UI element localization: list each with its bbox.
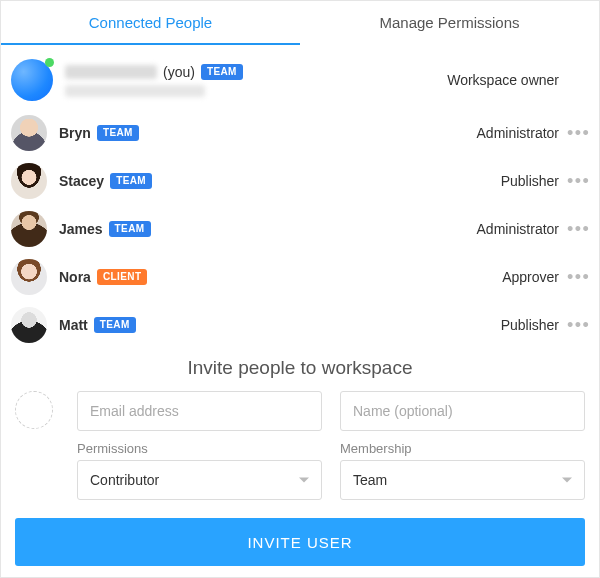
more-icon[interactable]: ••• — [567, 268, 589, 286]
membership-badge: TEAM — [94, 317, 136, 333]
person-name: Nora — [59, 269, 91, 285]
avatar — [11, 259, 47, 295]
person-role: Administrator — [477, 125, 559, 141]
more-icon[interactable]: ••• — [567, 316, 589, 334]
membership-value: Team — [353, 472, 387, 488]
chevron-down-icon — [299, 478, 309, 483]
person-name-column: (you) TEAM — [65, 64, 243, 97]
membership-label: Membership — [340, 441, 585, 456]
membership-badge: TEAM — [110, 173, 152, 189]
avatar — [11, 211, 47, 247]
membership-badge: CLIENT — [97, 269, 148, 285]
permissions-select[interactable]: Contributor — [77, 460, 322, 500]
name-field[interactable] — [340, 391, 585, 431]
person-name: James — [59, 221, 103, 237]
more-icon[interactable]: ••• — [567, 124, 589, 142]
person-role: Workspace owner — [447, 72, 559, 88]
invite-avatar-placeholder — [15, 391, 53, 429]
membership-badge: TEAM — [201, 64, 243, 80]
tabs: Connected People Manage Permissions — [1, 1, 599, 45]
more-icon[interactable]: ••• — [567, 220, 589, 238]
person-email-redacted — [65, 85, 205, 97]
person-row: Matt TEAM Publisher ••• — [11, 301, 589, 349]
membership-badge: TEAM — [97, 125, 139, 141]
person-row: Bryn TEAM Administrator ••• — [11, 109, 589, 157]
invite-section: Invite people to workspace Permissions C… — [1, 349, 599, 500]
avatar — [11, 163, 47, 199]
permissions-label: Permissions — [77, 441, 322, 456]
tab-connected-people[interactable]: Connected People — [1, 1, 300, 45]
person-role: Publisher — [501, 173, 559, 189]
membership-badge: TEAM — [109, 221, 151, 237]
invite-title: Invite people to workspace — [15, 357, 585, 379]
person-role: Approver — [502, 269, 559, 285]
avatar — [11, 307, 47, 343]
person-row: Nora CLIENT Approver ••• — [11, 253, 589, 301]
you-suffix: (you) — [163, 64, 195, 80]
permissions-value: Contributor — [90, 472, 159, 488]
person-name: Stacey — [59, 173, 104, 189]
person-name: Bryn — [59, 125, 91, 141]
email-field[interactable] — [77, 391, 322, 431]
person-role: Publisher — [501, 317, 559, 333]
tab-manage-permissions[interactable]: Manage Permissions — [300, 1, 599, 45]
avatar — [11, 59, 53, 101]
person-row: (you) TEAM Workspace owner — [11, 51, 589, 109]
person-role: Administrator — [477, 221, 559, 237]
membership-select[interactable]: Team — [340, 460, 585, 500]
online-status-icon — [45, 58, 54, 67]
more-icon[interactable]: ••• — [567, 172, 589, 190]
invite-user-button[interactable]: INVITE USER — [15, 518, 585, 566]
person-name-redacted — [65, 65, 157, 79]
chevron-down-icon — [562, 478, 572, 483]
person-name: Matt — [59, 317, 88, 333]
avatar — [11, 115, 47, 151]
people-list: (you) TEAM Workspace owner Bryn TEAM Adm… — [1, 45, 599, 349]
person-row: Stacey TEAM Publisher ••• — [11, 157, 589, 205]
person-row: James TEAM Administrator ••• — [11, 205, 589, 253]
